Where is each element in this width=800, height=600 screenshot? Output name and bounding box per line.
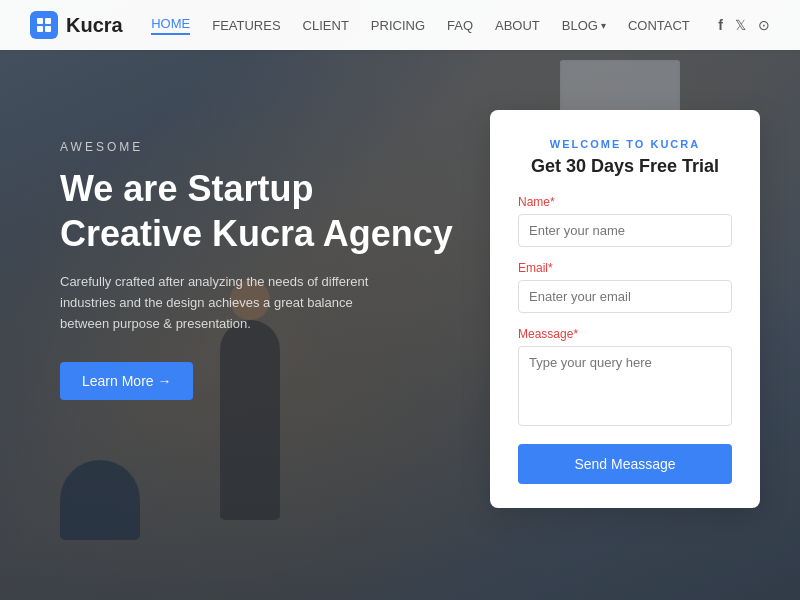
nav-faq[interactable]: FAQ — [447, 18, 473, 33]
name-field-group: Name* — [518, 195, 732, 247]
hero-description: Carefully crafted after analyzing the ne… — [60, 272, 400, 334]
form-title: Get 30 Days Free Trial — [518, 156, 732, 177]
email-input[interactable] — [518, 280, 732, 313]
message-label: Meassage* — [518, 327, 732, 341]
hero-label: AWESOME — [60, 140, 460, 154]
hero-content: AWESOME We are Startup Creative Kucra Ag… — [60, 140, 460, 400]
nav-features[interactable]: FEATURES — [212, 18, 280, 33]
hero-headline: We are Startup Creative Kucra Agency — [60, 166, 460, 256]
contact-form-card: WELCOME TO KUCRA Get 30 Days Free Trial … — [490, 110, 760, 508]
message-field-group: Meassage* — [518, 327, 732, 426]
nav-about[interactable]: ABOUT — [495, 18, 540, 33]
send-message-button[interactable]: Send Meassage — [518, 444, 732, 484]
nav-links: HOME FEATURES CLIENT PRICING FAQ ABOUT B… — [151, 16, 690, 35]
twitter-icon[interactable]: 𝕏 — [735, 17, 746, 33]
form-welcome-label: WELCOME TO KUCRA — [518, 138, 732, 150]
svg-rect-0 — [37, 18, 43, 24]
facebook-icon[interactable]: f — [718, 17, 723, 33]
name-input[interactable] — [518, 214, 732, 247]
nav-client[interactable]: CLIENT — [303, 18, 349, 33]
navbar: Kucra HOME FEATURES CLIENT PRICING FAQ A… — [0, 0, 800, 50]
svg-rect-3 — [45, 26, 51, 32]
brand-name: Kucra — [66, 14, 123, 37]
message-input[interactable] — [518, 346, 732, 426]
nav-blog[interactable]: BLOG ▾ — [562, 18, 606, 33]
social-links: f 𝕏 ⊙ — [718, 17, 770, 33]
svg-rect-1 — [45, 18, 51, 24]
svg-rect-2 — [37, 26, 43, 32]
learn-more-button[interactable]: Learn More → — [60, 362, 193, 400]
hero-section: AWESOME We are Startup Creative Kucra Ag… — [0, 0, 800, 600]
email-field-group: Email* — [518, 261, 732, 313]
nav-home[interactable]: HOME — [151, 16, 190, 35]
name-label: Name* — [518, 195, 732, 209]
email-label: Email* — [518, 261, 732, 275]
nav-contact[interactable]: CONTACT — [628, 18, 690, 33]
nav-pricing[interactable]: PRICING — [371, 18, 425, 33]
instagram-icon[interactable]: ⊙ — [758, 17, 770, 33]
dropdown-icon: ▾ — [601, 20, 606, 31]
logo-icon — [30, 11, 58, 39]
brand-logo[interactable]: Kucra — [30, 11, 123, 39]
